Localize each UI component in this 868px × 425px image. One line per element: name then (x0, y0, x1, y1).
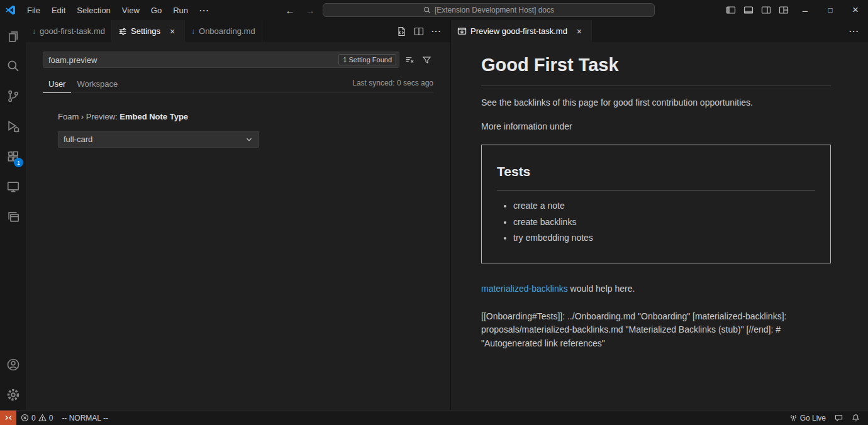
page-title: Good First Task (481, 51, 831, 86)
scope-tab-user[interactable]: User (43, 75, 71, 93)
titlebar-center: ← → [Extension Development Host] docs (215, 3, 722, 17)
toggle-sidebar-left-icon[interactable] (722, 0, 740, 20)
tab-settings[interactable]: Settings × (112, 20, 185, 42)
notifications-bell-icon[interactable] (847, 411, 864, 425)
editor-group-left: ↓ good-first-task.md Settings × ↓ Onboar… (26, 20, 450, 410)
menubar: File Edit Selection View Go Run ··· (21, 3, 215, 18)
tabbar-filler (592, 20, 847, 42)
open-settings-json-icon[interactable] (394, 24, 409, 39)
tab-label: good-first-task.md (40, 26, 105, 36)
materialized-backlinks-link[interactable]: materialized-backlinks (481, 284, 568, 294)
back-arrow-icon[interactable]: ← (282, 5, 298, 16)
setting-item: Foam › Preview: Embed Note Type full-car… (58, 112, 433, 148)
more-actions-icon[interactable]: ··· (847, 24, 862, 39)
markdown-preview: Good First Task See the backlinks of thi… (451, 42, 868, 410)
go-live-label: Go Live (800, 414, 826, 422)
link-references-paragraph: [[Onboarding#Tests]]: ../Onboarding.md "… (481, 310, 831, 351)
bullet-item: create a note (513, 199, 815, 213)
maximize-button[interactable]: □ (818, 0, 843, 20)
stacked-windows-icon[interactable] (0, 202, 26, 232)
titlebar-left: File Edit Selection View Go Run ··· (0, 3, 215, 18)
clear-search-filters-icon[interactable] (403, 53, 416, 67)
embedded-note-title: Tests (497, 162, 815, 190)
broadcast-icon (789, 414, 798, 422)
right-tab-actions: ··· (847, 20, 868, 42)
minimize-button[interactable]: – (793, 0, 818, 20)
menu-edit[interactable]: Edit (46, 3, 71, 18)
statusbar-right: Go Live (785, 411, 868, 425)
extensions-badge: 1 (14, 158, 23, 167)
paragraph: materialized-backlinks would help here. (481, 282, 831, 296)
search-icon (423, 6, 431, 14)
tab-close-icon[interactable]: × (574, 26, 585, 37)
last-synced-label: Last synced: 0 secs ago (352, 79, 433, 92)
error-icon (21, 414, 29, 422)
menu-go[interactable]: Go (145, 3, 167, 18)
split-editor-icon[interactable] (411, 24, 426, 39)
menu-file[interactable]: File (21, 3, 46, 18)
customize-layout-icon[interactable] (775, 0, 793, 20)
markdown-content: Good First Task See the backlinks of thi… (481, 51, 831, 351)
vscode-logo-icon (0, 5, 21, 15)
accounts-icon[interactable] (0, 350, 26, 380)
filter-settings-icon[interactable] (420, 53, 433, 67)
explorer-icon[interactable] (0, 21, 26, 51)
command-center-label: [Extension Development Host] docs (435, 6, 554, 14)
tab-onboarding[interactable]: ↓ Onboarding.md (185, 20, 262, 42)
menu-more-icon[interactable]: ··· (194, 3, 215, 18)
remote-indicator[interactable] (0, 411, 16, 425)
setting-name: Embed Note Type (120, 112, 188, 121)
remote-icon (4, 414, 13, 422)
command-center-search[interactable]: [Extension Development Host] docs (323, 3, 655, 17)
right-tabbar: Preview good-first-task.md × ··· (451, 20, 868, 42)
paragraph: More information under (481, 120, 831, 134)
tab-good-first-task[interactable]: ↓ good-first-task.md (26, 20, 112, 42)
titlebar: File Edit Selection View Go Run ··· ← → … (0, 0, 868, 20)
setting-title: Foam › Preview: Embed Note Type (58, 112, 433, 121)
forward-arrow-icon[interactable]: → (303, 5, 318, 16)
menu-selection[interactable]: Selection (71, 3, 116, 18)
settings-editor: 1 Setting Found User Workspace Last sync… (26, 42, 450, 410)
settings-scope-row: User Workspace Last synced: 0 secs ago (43, 74, 433, 93)
settings-search-input[interactable] (43, 55, 338, 65)
settings-gear-icon[interactable] (0, 380, 26, 410)
menu-view[interactable]: View (116, 3, 145, 18)
vim-mode-status[interactable]: -- NORMAL -- (57, 411, 113, 425)
left-tabbar: ↓ good-first-task.md Settings × ↓ Onboar… (26, 20, 450, 42)
error-count: 0 (31, 414, 36, 422)
run-debug-icon[interactable] (0, 111, 26, 141)
editor-group-right: Preview good-first-task.md × ··· Good Fi… (450, 20, 868, 410)
menu-run[interactable]: Run (167, 3, 194, 18)
go-live-status[interactable]: Go Live (785, 411, 830, 425)
tab-close-icon[interactable]: × (167, 26, 178, 37)
tab-label: Onboarding.md (199, 26, 255, 36)
tab-label: Settings (131, 26, 160, 36)
embedded-note-list: create a note create backlinks try embed… (497, 199, 815, 245)
source-control-icon[interactable] (0, 81, 26, 111)
embed-note-type-select[interactable]: full-card (58, 131, 259, 148)
scope-tab-workspace[interactable]: Workspace (71, 75, 123, 92)
toggle-sidebar-right-icon[interactable] (757, 0, 775, 20)
paragraph: See the backlinks of this page for good … (481, 96, 831, 110)
workbench: 1 ↓ good-first-task.md Settings (0, 20, 868, 410)
more-actions-icon[interactable]: ··· (429, 24, 444, 39)
warning-icon (38, 414, 47, 422)
tab-preview-good-first-task[interactable]: Preview good-first-task.md × (451, 20, 592, 42)
extensions-icon[interactable]: 1 (0, 141, 26, 172)
warning-count: 0 (49, 414, 53, 422)
markdown-file-icon: ↓ (191, 27, 195, 36)
problems-status[interactable]: 0 0 (16, 411, 57, 425)
markdown-file-icon: ↓ (32, 27, 36, 36)
feedback-icon[interactable] (830, 411, 847, 425)
bullet-item: create backlinks (513, 216, 815, 229)
chevron-down-icon (245, 135, 253, 144)
window-close-button[interactable]: × (843, 0, 868, 20)
toggle-panel-icon[interactable] (740, 0, 757, 20)
status-bar: 0 0 -- NORMAL -- Go Live (0, 410, 868, 425)
tab-label: Preview good-first-task.md (470, 26, 567, 36)
titlebar-right: – □ × (722, 0, 868, 20)
preview-icon (457, 26, 467, 36)
remote-explorer-icon[interactable] (0, 172, 26, 202)
search-view-icon[interactable] (0, 51, 26, 81)
settings-search-row: 1 Setting Found (43, 52, 433, 68)
